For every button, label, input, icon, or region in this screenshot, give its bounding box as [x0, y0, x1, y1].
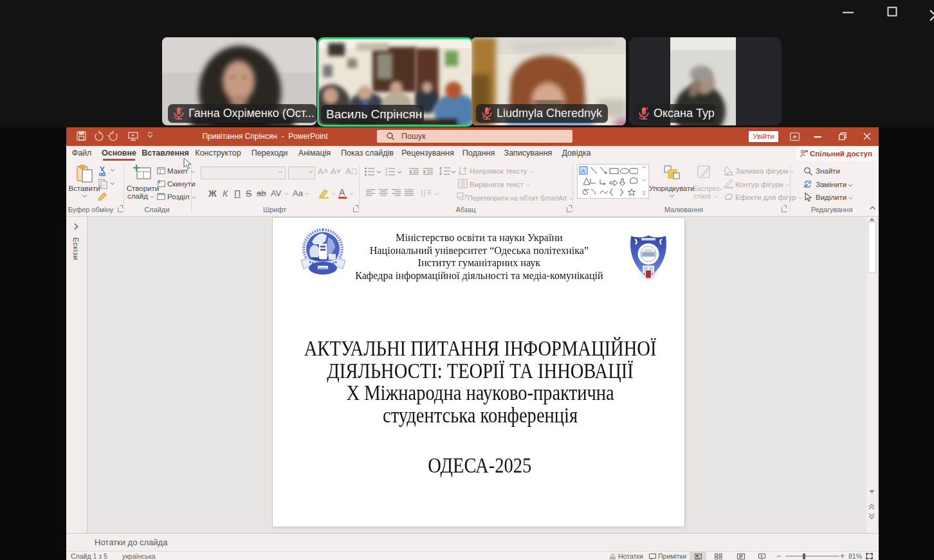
svg-text:b: b	[805, 183, 808, 187]
svg-text:A: A	[581, 168, 585, 174]
svg-text:3: 3	[385, 173, 387, 176]
